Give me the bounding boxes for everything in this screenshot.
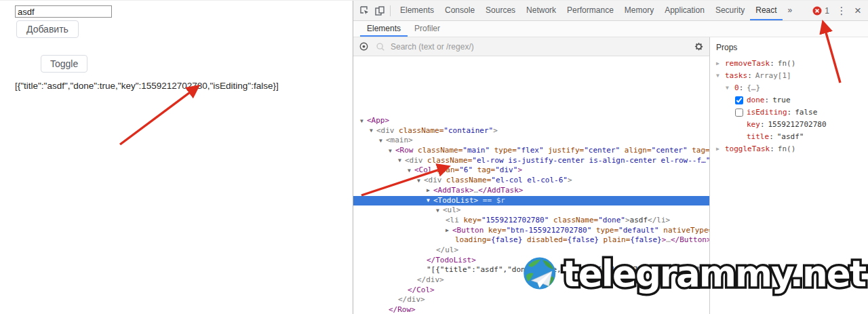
device-toolbar-icon[interactable] (372, 4, 387, 18)
tree-row[interactable]: ▼<Col span="6" tag="div"> (353, 165, 709, 176)
tree-row[interactable]: ▶<AddTask>…</AddTask> (353, 186, 709, 196)
tab-application[interactable]: Application (659, 1, 710, 20)
tree-row[interactable]: </TodoList> (353, 256, 709, 266)
serialized-state-text: [{"title":"asdf","done":true,"key":15592… (15, 81, 279, 91)
tab-elements[interactable]: Elements (395, 1, 439, 20)
prop-value: false (795, 106, 817, 119)
add-task-button[interactable]: Добавить (16, 20, 79, 38)
react-component-tree: ▼<App>▼<div className="container">▼<main… (353, 112, 709, 314)
gear-icon[interactable] (694, 41, 704, 52)
prop-row-key: key:1559212702780 (716, 119, 868, 131)
prop-row-done: done:true (716, 94, 868, 106)
prop-row-0: ▼0:{…} (716, 82, 868, 94)
tree-row[interactable]: </Col> (353, 286, 709, 296)
chevron-down-icon[interactable]: ▼ (417, 176, 424, 187)
kebab-menu-icon[interactable]: ⋮ (835, 5, 848, 17)
prop-row-removeTask: ▶removeTask:fn() (716, 58, 868, 70)
tab-memory[interactable]: Memory (619, 1, 659, 20)
web-page: Добавить Toggle [{"title":"asdf","done":… (0, 1, 353, 314)
prop-name: isEditing (747, 106, 787, 119)
prop-value: Array[1] (755, 70, 791, 82)
chevron-down-icon[interactable]: ▼ (716, 70, 725, 82)
chevron-down-icon[interactable]: ▼ (370, 126, 376, 136)
tab-security[interactable]: Security (710, 1, 750, 20)
error-icon (812, 6, 822, 16)
todo-title-input[interactable] (15, 5, 112, 18)
tree-row-selected[interactable]: ▼<TodoList> == $r (353, 196, 709, 206)
tab-performance[interactable]: Performance (561, 1, 619, 20)
chevron-down-icon[interactable]: ▼ (379, 136, 386, 146)
chevron-right-icon[interactable]: ▶ (716, 143, 725, 155)
prop-row-toggleTask: ▶toggleTask:fn() (716, 143, 868, 155)
tree-row[interactable]: </div> (353, 295, 709, 305)
tree-row[interactable]: loading={false} disabled={false} plain={… (353, 235, 709, 246)
tab-sources[interactable]: Sources (480, 1, 521, 20)
devtools-panel: ElementsConsoleSourcesNetworkPerformance… (353, 1, 868, 314)
tree-row[interactable]: ▼<App> (353, 116, 709, 126)
prop-row-isEditing: isEditing:false (716, 106, 868, 119)
toolbar-separator (390, 5, 391, 16)
prop-name: tasks (725, 70, 747, 82)
chevron-right-icon[interactable]: ▶ (427, 186, 433, 196)
prop-checkbox-done[interactable] (735, 96, 743, 104)
tree-row[interactable]: ▶<Button key="btn-1559212702780" type="d… (353, 226, 709, 236)
chevron-down-icon[interactable]: ▼ (427, 196, 433, 206)
chevron-down-icon[interactable]: ▼ (360, 117, 367, 127)
prop-name: title (747, 131, 769, 143)
subtab-profiler[interactable]: Profiler (408, 21, 447, 37)
props-pane: Props ▶removeTask:fn()▼tasks:Array[1]▼0:… (709, 37, 868, 314)
tree-row[interactable]: ▼<div className="container"> (353, 126, 709, 136)
inspect-element-icon[interactable] (357, 4, 372, 18)
react-devtools-subtabs: ElementsProfiler (353, 21, 868, 37)
react-search-bar (353, 37, 709, 56)
chevron-down-icon[interactable]: ▼ (408, 166, 414, 176)
inspect-target-icon[interactable] (359, 41, 369, 52)
search-input[interactable] (391, 42, 694, 52)
tree-row[interactable]: ▼<div className="el-col el-col-6"> (353, 176, 709, 186)
chevron-down-icon[interactable]: ▼ (389, 146, 395, 157)
prop-name: 0 (734, 82, 739, 94)
tree-row[interactable]: ▼<Row className="main" type="flex" justi… (353, 146, 709, 156)
prop-value: "asdf" (777, 131, 804, 143)
screenshot-stage: Добавить Toggle [{"title":"asdf","done":… (0, 0, 868, 314)
tab-console[interactable]: Console (439, 1, 480, 20)
tree-row[interactable]: ▼<ul> (353, 205, 709, 216)
prop-name: key (747, 119, 760, 131)
prop-row-tasks: ▼tasks:Array[1] (716, 70, 868, 82)
error-badge[interactable]: 1 (810, 6, 832, 16)
error-count: 1 (825, 6, 829, 16)
chevron-down-icon[interactable]: ▼ (436, 206, 443, 216)
devtools-toolbar: ElementsConsoleSourcesNetworkPerformance… (353, 1, 868, 21)
search-icon (376, 42, 385, 52)
prop-checkbox-isEditing[interactable] (735, 109, 743, 117)
prop-name: removeTask (725, 58, 770, 70)
tree-row[interactable]: ▼<div className="el-row is-justify-cente… (353, 156, 709, 166)
prop-value: true (772, 94, 791, 106)
tree-row[interactable]: </Row> (353, 305, 709, 314)
prop-value: fn() (778, 58, 796, 70)
prop-row-title: title:"asdf" (716, 131, 868, 143)
chevron-right-icon[interactable]: ▶ (716, 58, 725, 70)
prop-name: toggleTask (725, 143, 770, 155)
tab-network[interactable]: Network (521, 1, 561, 20)
prop-name: done (747, 94, 765, 106)
toggle-button[interactable]: Toggle (41, 55, 87, 73)
props-pane-title: Props (716, 43, 868, 52)
close-devtools-icon[interactable]: × (851, 4, 865, 18)
tree-row[interactable]: </ul> (353, 246, 709, 256)
subtab-elements[interactable]: Elements (360, 21, 408, 37)
tree-row[interactable]: </div> (353, 275, 709, 286)
tree-row[interactable]: ▼<main> (353, 136, 709, 146)
prop-value: fn() (778, 143, 796, 155)
tab-react[interactable]: React (750, 1, 782, 20)
prop-value: 1559212702780 (768, 119, 827, 131)
prop-value: {…} (747, 82, 760, 94)
devtools-tabs: ElementsConsoleSourcesNetworkPerformance… (395, 1, 783, 20)
chevron-down-icon[interactable]: ▼ (398, 156, 405, 166)
chevron-down-icon[interactable]: ▼ (726, 82, 734, 94)
more-tabs-icon[interactable]: » (783, 1, 798, 20)
chevron-right-icon[interactable]: ▶ (446, 226, 452, 236)
tree-row[interactable]: "[{"title":"asdf","done":true,"key":1559… (353, 265, 709, 275)
tree-row[interactable]: <li key="1559212702780" className="done"… (353, 216, 709, 226)
